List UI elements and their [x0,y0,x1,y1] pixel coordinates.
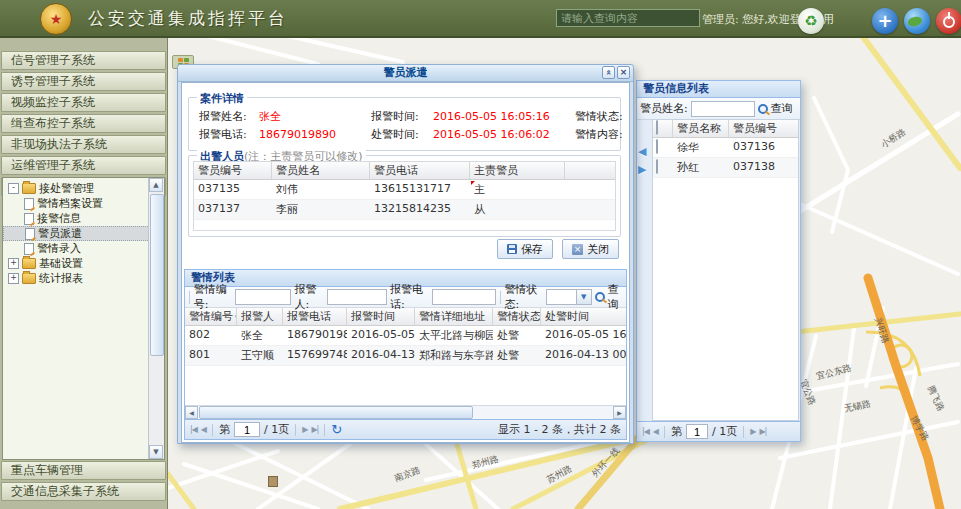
alert-row[interactable]: 802 张全 18679019890 2016-05-05 16:... 太平北… [185,326,626,346]
checkbox-icon[interactable] [656,139,658,154]
column-header[interactable]: 处警时间 [541,308,626,325]
last-page-icon[interactable]: ▶| [759,427,766,436]
cell: 801 [185,346,237,365]
officer-name-input[interactable] [691,101,755,117]
tree-scrollbar[interactable]: ▲ ▼ [148,178,164,459]
column-header[interactable]: 报警时间 [347,308,415,325]
close-icon[interactable]: × [617,66,630,79]
dispatch-row[interactable]: 037135 刘伟 13615131717 主 [194,180,615,200]
page-number-input[interactable] [686,424,708,439]
horizontal-scrollbar[interactable]: ◀ ▶ [185,405,626,419]
alert-row[interactable]: 801 王守顺 15769974813 2016-04-13 12:... 郑和… [185,346,626,366]
app-header: ★ 公安交通集成指挥平台 管理员: 您好,欢迎登陆使用 ♻ + [0,0,961,38]
cell: 2016-05-05 16:06... [541,326,626,345]
column-header[interactable]: 警员编号 [729,120,798,137]
close-x-icon: × [572,244,583,255]
tree-node-alert-entry[interactable]: 警情录入 [3,241,164,256]
tree-node-label: 警情录入 [37,241,81,256]
column-header[interactable]: 警员名称 [673,120,729,137]
transfer-strip: ◀ ▶ [637,119,652,421]
checkbox-icon[interactable] [656,159,658,174]
tree-node-basic-settings[interactable]: + 基础设置 [3,256,164,271]
status-select[interactable]: ▼ [546,289,592,305]
alert-no-input[interactable] [235,289,291,305]
sidebar-item-signal[interactable]: 信号管理子系统 [1,51,166,70]
sidebar-item-offsite[interactable]: 非现场执法子系统 [1,135,166,154]
tree-node-officer-dispatch[interactable]: 警员派遣 [3,226,164,241]
officer-info-panel: 警员信息列表 警员姓名: 查询 ◀ ▶ 警员名称 警员编号 [636,80,801,442]
cell: 郑和路与东亭路交... [415,346,493,365]
tree-node-alert-info[interactable]: 接警信息 [3,211,164,226]
transfer-left-icon[interactable]: ◀ [638,145,646,158]
collapse-icon[interactable]: « [602,66,615,79]
first-page-icon[interactable]: |◀ [642,427,649,436]
last-page-icon[interactable]: ▶| [311,425,318,434]
sidebar-item-guidance[interactable]: 诱导管理子系统 [1,72,166,91]
tree-node-root[interactable]: - 接处警管理 [3,181,164,196]
column-header[interactable]: 警员姓名 [272,162,370,179]
sidebar-item-traffic-info[interactable]: 交通信息采集子系统 [1,482,166,501]
tree-node-archive-setting[interactable]: 警情档案设置 [3,196,164,211]
scroll-right-icon[interactable]: ▶ [613,406,626,419]
cell: 2016-04-13 00:04... [541,346,626,365]
officer-panel-title: 警员信息列表 [637,81,800,98]
dialog-titlebar[interactable]: 警员派遣 « × [178,65,633,82]
cell-main-officer[interactable]: 从 [470,200,565,219]
scrollbar-thumb[interactable] [150,194,164,356]
column-header[interactable]: 警员电话 [370,162,470,179]
phone-input[interactable] [432,289,496,305]
tree-expand-icon[interactable]: + [8,273,19,284]
cell: 刘伟 [272,180,370,199]
scroll-down-icon[interactable]: ▼ [149,445,163,459]
prev-page-icon[interactable]: ◀ [201,425,206,434]
alert-filter-toolbar: 警情编号: 报警人: 报警电话: 警情状态: ▼ 查询 [185,287,626,308]
cell: 15769974813 [283,346,347,365]
checkbox-icon[interactable] [656,120,658,135]
sidebar-item-video[interactable]: 视频监控子系统 [1,93,166,112]
globe-icon[interactable] [904,8,930,34]
next-page-icon[interactable]: ▶ [750,427,755,436]
folder-icon [22,273,36,284]
column-header[interactable]: 警情详细地址 [415,308,493,325]
chevron-down-icon[interactable]: ▼ [576,290,591,304]
recycle-icon[interactable]: ♻ [798,8,824,34]
column-header[interactable]: 报警电话 [283,308,347,325]
scroll-left-icon[interactable]: ◀ [185,406,198,419]
scrollbar-thumb[interactable] [199,406,473,419]
sidebar-item-investigation[interactable]: 缉查布控子系统 [1,114,166,133]
scroll-up-icon[interactable]: ▲ [149,178,163,192]
sidebar-item-operations[interactable]: 运维管理子系统 [1,156,166,175]
field-label: 处警时间: [371,127,433,142]
officer-search-button[interactable]: 查询 [758,101,793,116]
refresh-icon[interactable]: ↻ [331,423,342,436]
officer-row[interactable]: 孙红 037138 [653,158,798,178]
next-page-icon[interactable]: ▶ [302,425,307,434]
prev-page-icon[interactable]: ◀ [653,427,658,436]
global-search-input[interactable] [556,9,700,27]
tree-collapse-icon[interactable]: - [8,183,19,194]
close-button[interactable]: × 关闭 [562,239,619,259]
field-value: 2016-05-05 16:05:16 [433,110,575,123]
tree-node-reports[interactable]: + 统计报表 [3,271,164,286]
power-logout-icon[interactable] [936,8,961,34]
column-header[interactable]: 报警人 [237,308,283,325]
column-header-sorted[interactable]: 警情编号▼ [185,308,237,325]
save-button[interactable]: 保存 [497,239,553,259]
tree-expand-icon[interactable]: + [8,258,19,269]
cell-main-officer[interactable]: 主 [470,180,565,199]
sidebar-item-key-vehicles[interactable]: 重点车辆管理 [1,461,166,480]
apps-grid-icon[interactable] [840,10,860,30]
column-header[interactable]: 警情状态 [493,308,541,325]
transfer-right-icon[interactable]: ▶ [638,163,646,176]
reporter-input[interactable] [327,289,387,305]
dispatch-row[interactable]: 037137 李丽 13215814235 从 [194,200,615,220]
column-header[interactable]: 警员编号 [194,162,272,179]
add-icon[interactable]: + [872,8,898,34]
officer-filter-toolbar: 警员姓名: 查询 [637,98,800,120]
first-page-icon[interactable]: |◀ [190,425,197,434]
officer-row[interactable]: 徐华 037136 [653,138,798,158]
select-all-header[interactable] [653,120,673,137]
dialog-body: 案件详情 报警姓名: 张全 报警时间: 2016-05-05 16:05:16 … [181,82,630,443]
column-header[interactable]: 主责警员 [470,162,565,179]
page-number-input[interactable] [234,422,260,437]
